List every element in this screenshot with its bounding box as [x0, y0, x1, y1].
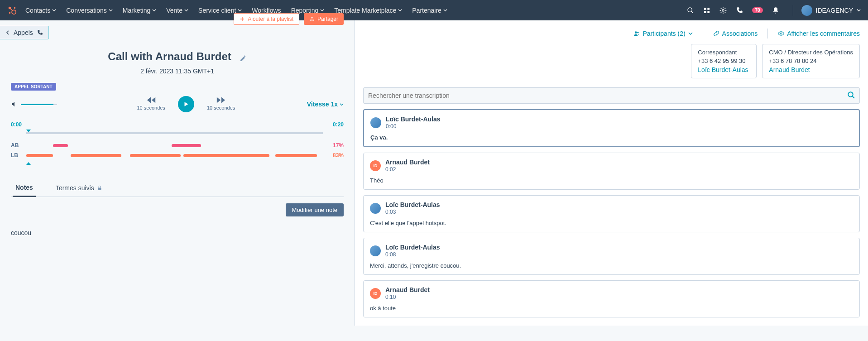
transcript-entry[interactable]: IDArnaud Burdet0:02Théo: [363, 153, 860, 190]
volume-slider[interactable]: [21, 104, 57, 105]
search-transcript-button[interactable]: [847, 91, 855, 99]
svg-line-6: [691, 11, 693, 13]
participants-toggle[interactable]: Participants (2): [633, 30, 692, 37]
time-end: 0:20: [333, 121, 344, 128]
svg-point-18: [848, 92, 853, 97]
add-playlist-button[interactable]: Ajouter à la playlist: [234, 13, 299, 25]
rewind-label: 10 secondes: [137, 105, 165, 110]
svg-rect-14: [98, 188, 101, 190]
account-menu[interactable]: IDEAGENCY: [793, 5, 861, 16]
speaker-name: Arnaud Burdet: [385, 286, 430, 293]
search-icon[interactable]: [687, 7, 694, 14]
speech-time: 0:08: [385, 251, 440, 258]
chevron-down-icon: [443, 8, 447, 12]
nav-item-label: Service client: [198, 7, 236, 14]
nav-item-template-marketplace[interactable]: Template Marketplace: [334, 7, 402, 14]
svg-point-1: [14, 7, 16, 9]
chevron-down-icon: [857, 8, 861, 12]
participant-role: Correspondant: [698, 49, 750, 56]
nav-item-conversations[interactable]: Conversations: [66, 7, 113, 14]
speaker-ab-label: AB: [11, 142, 26, 149]
nav-item-label: Partenaire: [412, 7, 441, 14]
speech-segment: [183, 154, 269, 157]
speaker-avatar: [370, 117, 381, 128]
edit-title-button[interactable]: [240, 55, 247, 62]
speaker-avatar: [370, 203, 381, 214]
bell-icon[interactable]: [772, 7, 779, 14]
timeline-track[interactable]: [26, 132, 323, 134]
back-label: Appels: [14, 29, 33, 36]
chevron-down-icon: [688, 31, 693, 36]
nav-item-marketing[interactable]: Marketing: [123, 7, 156, 14]
transcript-entry[interactable]: Loïc Burdet-Aulas0:03C'est elle que l'ap…: [363, 195, 860, 232]
tab-notes[interactable]: Notes: [13, 179, 36, 197]
settings-icon[interactable]: [719, 7, 727, 14]
add-playlist-label: Ajouter à la playlist: [248, 16, 293, 22]
people-icon: [633, 30, 640, 37]
svg-rect-9: [704, 11, 706, 13]
chevron-down-icon: [184, 8, 188, 12]
tab-terms-label: Termes suivis: [56, 184, 94, 192]
play-button[interactable]: [178, 96, 194, 112]
participant-phone: +33 6 42 95 99 30: [698, 58, 750, 64]
speech-text: C'est elle que l'appel hotspot.: [370, 220, 853, 226]
participant-name-link[interactable]: Loïc Burdet-Aulas: [698, 66, 750, 73]
svg-point-5: [688, 8, 692, 12]
separator: [703, 29, 703, 38]
participant-phone: +33 6 78 78 80 24: [769, 58, 853, 64]
associations-link[interactable]: Associations: [713, 30, 758, 37]
chevron-down-icon: [340, 102, 344, 106]
speech-segment: [275, 154, 317, 157]
chevron-down-icon: [238, 8, 242, 12]
transcript-entry[interactable]: IDArnaud Burdet0:10ok à toute: [363, 280, 860, 317]
nav-item-vente[interactable]: Vente: [166, 7, 188, 14]
speaker-name: Loïc Burdet-Aulas: [385, 201, 440, 208]
link-icon: [713, 30, 719, 37]
participant-role: CMO / Directeur des Opérations: [769, 49, 853, 56]
transcript-entry[interactable]: Loïc Burdet-Aulas0:00Ça va.: [363, 109, 860, 147]
svg-rect-7: [704, 8, 706, 10]
share-button[interactable]: Partager: [304, 13, 344, 25]
show-comments-link[interactable]: Afficher les commentaires: [778, 30, 860, 37]
nav-item-label: Contacts: [25, 7, 50, 14]
nav-item-label: Conversations: [66, 7, 107, 14]
nav-item-contacts[interactable]: Contacts: [25, 7, 56, 14]
speech-segment: [53, 144, 68, 147]
speech-time: 0:03: [385, 209, 440, 215]
top-nav: ContactsConversationsMarketingVenteServi…: [0, 0, 868, 20]
tab-terms[interactable]: Termes suivis: [53, 179, 105, 197]
transcript-search-input[interactable]: [363, 87, 860, 104]
plus-icon: [240, 16, 245, 22]
svg-line-4: [10, 9, 13, 11]
associations-label: Associations: [722, 30, 758, 37]
svg-point-15: [635, 31, 637, 34]
speed-selector[interactable]: Vitesse 1x: [307, 101, 344, 108]
back-button[interactable]: Appels: [0, 26, 49, 39]
transcript-entry[interactable]: Loïc Burdet-Aulas0:08Merci, attends, j'e…: [363, 238, 860, 275]
forward-button[interactable]: 10 secondes: [207, 96, 235, 110]
time-start: 0:00: [11, 121, 22, 128]
edit-note-button[interactable]: Modifier une note: [286, 203, 344, 216]
call-title: Call with Arnaud Burdet: [108, 50, 231, 62]
speed-label: Vitesse 1x: [307, 101, 338, 108]
speaker-avatar: ID: [370, 288, 381, 299]
speech-time: 0:02: [385, 166, 430, 173]
speaker-lb-pct: 83%: [323, 152, 344, 158]
rewind-button[interactable]: 10 secondes: [137, 96, 165, 110]
forward-label: 10 secondes: [207, 105, 235, 110]
phone-nav-icon[interactable]: [736, 7, 743, 14]
svg-rect-10: [708, 11, 710, 13]
speech-text: Merci, attends, j'enregistre coucou.: [370, 262, 853, 269]
nav-item-partenaire[interactable]: Partenaire: [412, 7, 447, 14]
speaker-ab-track[interactable]: [26, 144, 323, 147]
rewind-icon: [146, 96, 156, 104]
svg-point-17: [780, 33, 782, 34]
chevron-down-icon: [398, 8, 402, 12]
speech-segment: [130, 154, 180, 157]
participant-name-link[interactable]: Arnaud Burdet: [769, 66, 853, 73]
marketplace-icon[interactable]: [703, 7, 710, 14]
speaker-lb-track[interactable]: [26, 154, 323, 157]
notifications-icon[interactable]: 70: [752, 7, 762, 13]
volume-icon[interactable]: [11, 101, 18, 108]
svg-rect-8: [708, 8, 710, 10]
